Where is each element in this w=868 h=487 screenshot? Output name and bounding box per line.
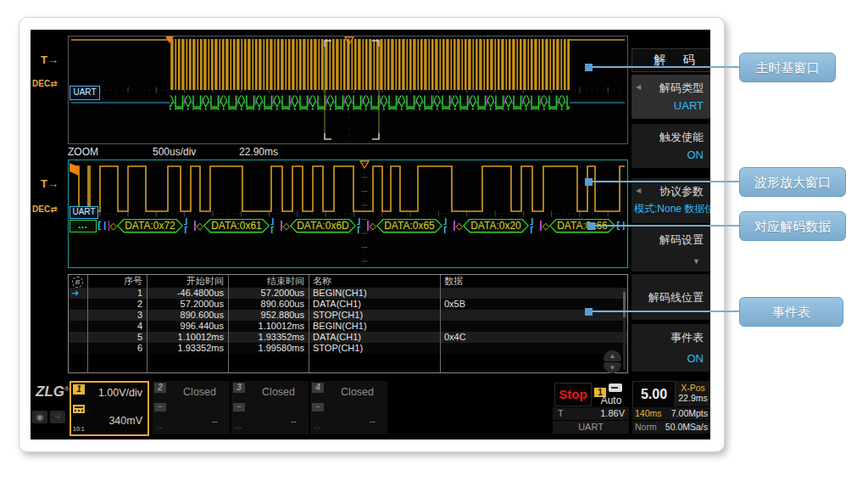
uart-bus-tag-zoom: UART [70, 206, 98, 219]
decode-block: DATA:0x20 [463, 219, 529, 233]
dec-arrows-icon: ⇄ [50, 204, 57, 214]
decode-block: DATA:0x6D [290, 219, 356, 233]
menu-item-event-table[interactable]: 事件表 ON [632, 324, 710, 372]
trigger-level-value: 1.86V [600, 407, 625, 420]
trigger-type: UART [578, 422, 604, 432]
trigger-level-label: T [558, 407, 564, 420]
menu-title: 解 码 [632, 48, 710, 72]
channel-3-box[interactable]: 3 – Closed -:- -- [231, 381, 309, 434]
time-scale: 5.00 [641, 387, 667, 401]
menu-item-decode-settings[interactable]: 解码设置 ▼ [632, 227, 710, 271]
start-bit-icon: ◇ [456, 221, 463, 231]
dec-marker-zoom: DEC⇄ [32, 204, 58, 214]
horizontal-status-group[interactable]: 5.00 ms/ div X-Pos 22.9ms 140ms 7.00Mpts… [632, 381, 710, 434]
channel-3-status: Closed [262, 386, 295, 398]
menu-item-protocol-params[interactable]: ◀ 协议参数 模式:None 数据位 [632, 178, 710, 223]
scroll-down-button[interactable]: ▼ [604, 362, 621, 373]
callout-square [587, 222, 595, 230]
menu-item-decode-line-pos[interactable]: 解码线位置 [632, 274, 710, 320]
dropdown-icon: ▼ [693, 257, 700, 266]
menu-item-trigger-enable[interactable]: 触发使能 ON [632, 124, 710, 168]
start-bit-icon: ◇ [542, 221, 549, 231]
dec-label: DEC [32, 204, 50, 214]
parity-mark-icon [367, 221, 369, 231]
main-timebase-window [68, 36, 628, 144]
scroll-down-icon: ▼ [609, 364, 616, 372]
t-arrow-icon: → [47, 53, 58, 66]
col-start-time: 开始时间 [147, 275, 228, 288]
decoded-data-row: … [|◇ DATA:0x72 ][◇ DATA:0x61 ][◇ DATA:0… [70, 218, 626, 233]
col-data: 数据 [440, 275, 622, 288]
channel-2-offset: -- [212, 416, 218, 426]
zoom-scale: 500us/div [153, 146, 196, 158]
callout-zoom-window: 波形放大窗口 [739, 167, 846, 197]
zoom-title: ZOOM [68, 146, 98, 158]
col-name: 名称 [309, 275, 440, 288]
zoom-waveform-window [68, 160, 628, 268]
callout-decoded-data: 对应解码数据 [739, 211, 846, 241]
frame-bracket-icon: ][ [442, 218, 453, 233]
callout-square [585, 178, 593, 186]
status-bar: ZLG® ◉☟ 1 10:1 1.00V/div 340mV 2 – Close… [31, 380, 710, 439]
col-end-time: 结束时间 [228, 275, 309, 288]
start-bit-icon: ◇ [283, 221, 290, 231]
xpos-value: 22.9ms [676, 393, 710, 403]
parity-mark-icon [453, 221, 455, 231]
channel-1-box[interactable]: 1 10:1 1.00V/div 340mV [70, 381, 149, 436]
channel-4-badge: 4 [312, 383, 324, 393]
event-table: B 序号 开始时间 结束时间 名称 数据 ➜ 1-46.4800us 57.20… [68, 274, 628, 373]
bus-loop-icon: B [72, 277, 83, 288]
scroll-up-button[interactable]: ▲ [604, 350, 621, 361]
callout-line [594, 225, 739, 227]
callout-line [592, 66, 739, 68]
run-state: Stop [554, 383, 592, 406]
decode-block: DATA:0x65 [376, 219, 442, 233]
expand-left-icon: ◀ [636, 187, 641, 194]
decode-block: DATA:0x72 [117, 219, 183, 233]
trigger-status-group[interactable]: Stop 1 Auto T 1.86V UART [553, 381, 629, 434]
dec-arrows-icon: ⇄ [50, 79, 57, 88]
tap-icon[interactable]: ☟ [50, 411, 65, 423]
frame-bracket-icon: ][ [356, 218, 366, 233]
trigger-level-marker-zoom: T→ [41, 177, 58, 190]
touch-icon[interactable]: ◉ [32, 411, 47, 423]
channel-1-offset: 340mV [108, 415, 142, 427]
table-row[interactable]: 51.10012ms 1.93352msDATA(CH1) 0x4C [69, 332, 627, 343]
callout-event-table: 事件表 [739, 297, 843, 327]
channel-2-badge: 2 [154, 383, 166, 393]
parity-mark-icon [194, 221, 196, 231]
channel-2-box[interactable]: 2 – Closed -:- -- [153, 381, 230, 434]
channel-3-offset: -- [291, 416, 297, 426]
callout-line [592, 311, 739, 312]
start-bit-icon: ◇ [110, 221, 117, 231]
parity-mark-icon [540, 221, 542, 231]
channel-2-probe: -:- [156, 423, 163, 431]
scroll-up-icon: ▲ [609, 352, 616, 360]
channel-3-probe: -:- [235, 423, 242, 431]
start-bit-icon: ◇ [197, 221, 203, 231]
channel-2-status: Closed [183, 386, 216, 398]
frame-bracket-icon: ][ [183, 218, 193, 233]
event-table-value: ON [687, 352, 704, 365]
table-row[interactable]: 61.93352ms 1.99580msSTOP(CH1) [69, 343, 627, 354]
table-row[interactable]: ➜ 1-46.4800us 57.2000usBEGIN(CH1) [69, 288, 627, 299]
table-scrollbar[interactable] [623, 288, 626, 370]
table-row[interactable]: 257.2000us 890.600usDATA(CH1) 0x5B [69, 299, 627, 310]
probe-ratio: 10:1 [73, 426, 85, 432]
decode-ellipsis: … [70, 220, 97, 232]
dec-marker: DEC⇄ [32, 79, 58, 88]
zlg-logo: ZLG® [36, 383, 70, 400]
channel-4-box[interactable]: 4 – Closed -:- -- [310, 381, 387, 434]
parity-mark-icon [281, 221, 282, 231]
frame-bracket-icon: ][ [529, 218, 539, 233]
callout-main-timebase: 主时基窗口 [739, 53, 836, 82]
col-index: 序号 [87, 275, 147, 288]
menu-item-decode-type[interactable]: ◀ 解码类型 UART [632, 75, 710, 119]
channel-3-badge: 3 [233, 383, 245, 393]
table-row[interactable]: 4996.440us 1.10012msBEGIN(CH1) [69, 321, 627, 332]
table-row[interactable]: 3890.600us 952.880usSTOP(CH1) [69, 310, 627, 321]
dec-label: DEC [32, 79, 50, 88]
callout-line [592, 181, 739, 182]
trigger-sweep-mode: Auto [595, 395, 627, 406]
current-row-pointer-icon: ➜ [69, 288, 87, 299]
